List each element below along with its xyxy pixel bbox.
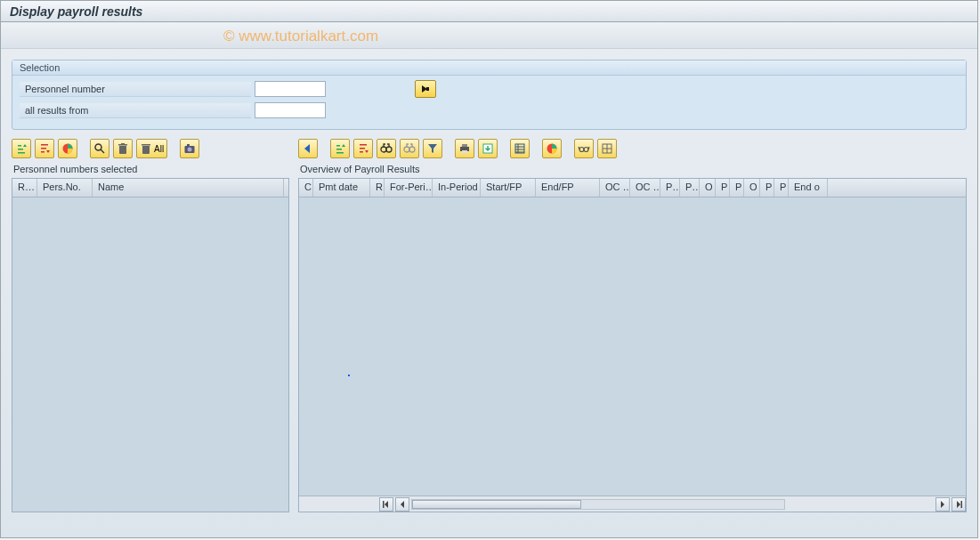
svg-rect-12	[462, 150, 467, 153]
column-header[interactable]: End o	[789, 179, 828, 197]
column-header[interactable]: P	[730, 179, 744, 197]
svg-rect-0	[426, 87, 429, 91]
svg-rect-19	[383, 501, 385, 508]
scroll-thumb[interactable]	[412, 500, 581, 509]
scroll-last-button[interactable]	[952, 497, 966, 512]
content-area: Selection Personnel number all results f…	[1, 49, 977, 523]
svg-point-17	[584, 148, 588, 152]
svg-point-9	[409, 147, 415, 152]
find-next-button[interactable]	[400, 139, 419, 158]
glasses-button[interactable]	[574, 139, 594, 158]
back-button[interactable]	[298, 139, 318, 158]
column-header[interactable]: R	[370, 179, 385, 197]
column-header[interactable]: P	[716, 179, 730, 197]
export-button[interactable]	[478, 139, 498, 158]
glasses-icon	[578, 142, 590, 155]
svg-point-2	[95, 144, 101, 150]
sort-ascending-button[interactable]	[330, 139, 350, 158]
sort-ascending-button[interactable]	[12, 139, 31, 158]
sort-descending-icon	[38, 142, 51, 155]
scroll-track[interactable]	[411, 499, 785, 510]
chart-icon	[61, 142, 74, 155]
right-grid[interactable]: CPmt dateRFor-Peri…In-PeriodStart/FPEnd/…	[298, 178, 967, 512]
selection-group: Selection Personnel number all results f…	[12, 60, 967, 130]
left-toolbar: All	[12, 139, 289, 158]
column-header[interactable]: Start/FP	[481, 179, 536, 197]
find-icon	[93, 142, 106, 155]
svg-point-16	[579, 148, 584, 152]
grid-icon	[601, 142, 613, 155]
column-header[interactable]: O	[744, 179, 760, 197]
column-header[interactable]: OC …	[600, 179, 630, 197]
camera-button[interactable]	[180, 139, 199, 158]
button-text: All	[154, 144, 164, 154]
column-header[interactable]: C	[299, 179, 313, 197]
arrow-right-icon	[420, 84, 431, 94]
right-grid-body	[299, 197, 966, 495]
svg-rect-20	[961, 501, 963, 508]
svg-point-4	[188, 148, 192, 152]
column-header[interactable]: O	[700, 179, 716, 197]
column-header[interactable]: P…	[680, 179, 700, 197]
scroll-left-button[interactable]	[395, 497, 409, 512]
chart-button[interactable]	[58, 139, 77, 158]
horizontal-scrollbar[interactable]	[299, 496, 966, 512]
all-results-from-label: all results from	[20, 103, 251, 118]
back-icon	[302, 142, 314, 155]
sort-descending-button[interactable]	[35, 139, 54, 158]
find-binoculars-button[interactable]	[377, 139, 396, 158]
all-results-from-input[interactable]	[255, 102, 326, 118]
column-header[interactable]: Pmt date	[313, 179, 370, 197]
column-header[interactable]: For-Peri…	[385, 179, 433, 197]
column-header[interactable]: P	[760, 179, 774, 197]
layout-button[interactable]	[510, 139, 530, 158]
find-button[interactable]	[90, 139, 109, 158]
filter-icon	[426, 142, 439, 155]
print-button[interactable]	[455, 139, 474, 158]
multiple-selection-button[interactable]	[415, 80, 436, 98]
scroll-first-button[interactable]	[379, 497, 393, 512]
svg-rect-5	[187, 144, 190, 146]
right-panel-title: Overview of Payroll Results	[298, 162, 967, 178]
scroll-right-button[interactable]	[935, 497, 950, 512]
right-toolbar	[298, 139, 967, 158]
filter-button[interactable]	[423, 139, 442, 158]
personnel-number-input[interactable]	[255, 81, 326, 97]
svg-rect-11	[462, 144, 467, 147]
column-header[interactable]: P…	[660, 179, 680, 197]
left-panel-title: Personnel numbers selected	[12, 162, 289, 178]
column-header[interactable]: Name	[93, 179, 284, 197]
app-window: Display payroll results © www.tutorialka…	[0, 0, 978, 538]
camera-icon	[183, 142, 196, 155]
find-binoculars-icon	[380, 142, 393, 155]
export-icon	[482, 142, 494, 155]
column-header[interactable]: R…	[12, 179, 37, 197]
delete-icon	[117, 142, 129, 155]
select-all-icon	[140, 142, 152, 155]
find-next-icon	[403, 142, 416, 155]
svg-point-8	[404, 147, 409, 152]
personnel-number-label: Personnel number	[20, 82, 251, 97]
chart-button[interactable]	[542, 139, 562, 158]
page-title: Display payroll results	[1, 1, 977, 22]
svg-point-6	[381, 147, 386, 152]
dot-marker	[348, 375, 350, 376]
left-grid[interactable]: R…Pers.No.Name	[12, 178, 289, 512]
column-header[interactable]: In-Period	[433, 179, 481, 197]
select-all-button[interactable]: All	[136, 139, 167, 158]
left-grid-body	[12, 197, 288, 495]
right-panel: Overview of Payroll Results CPmt dateRFo…	[298, 139, 967, 512]
layout-icon	[514, 142, 526, 155]
column-header[interactable]: End/FP	[536, 179, 600, 197]
grid-button[interactable]	[597, 139, 617, 158]
sort-descending-button[interactable]	[353, 139, 373, 158]
sort-ascending-icon	[334, 142, 346, 155]
sort-ascending-icon	[15, 142, 28, 155]
column-header[interactable]: OC …	[630, 179, 660, 197]
print-icon	[458, 142, 471, 155]
chart-icon	[546, 142, 558, 155]
column-header[interactable]: Pers.No.	[37, 179, 93, 197]
column-header[interactable]: P	[774, 179, 789, 197]
delete-button[interactable]	[113, 139, 133, 158]
selection-group-title: Selection	[12, 60, 966, 76]
